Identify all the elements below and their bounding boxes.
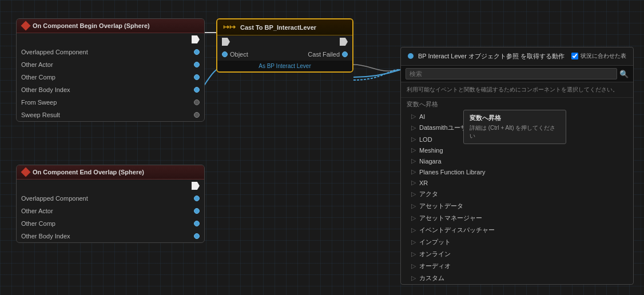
arrow-icon: ▷ bbox=[411, 238, 416, 246]
menu-item-label: Meshing bbox=[419, 147, 443, 154]
list-item[interactable]: ▷Planes Function Library bbox=[401, 166, 633, 177]
menu-item-label: アセットデータ bbox=[419, 202, 463, 210]
pin-from-sweep-label: From Sweep bbox=[21, 99, 57, 106]
event-icon bbox=[21, 21, 31, 31]
node-cast-title: Cast To BP_InteractLever bbox=[240, 24, 316, 31]
menu-item-label: アセットマネージャー bbox=[419, 214, 482, 222]
menu-item-label: カスタム bbox=[419, 274, 444, 282]
menu-item-label: イベントディスパッチャー bbox=[419, 226, 495, 234]
list-item[interactable]: ▷Meshing bbox=[401, 145, 633, 156]
arrow-icon: ▷ bbox=[411, 168, 416, 176]
arrow-icon: ▷ bbox=[411, 146, 416, 154]
menu-item-label: インプット bbox=[419, 238, 451, 246]
arrow-icon: ▷ bbox=[411, 113, 416, 120]
list-item[interactable]: ▷Niagara bbox=[401, 156, 633, 166]
arrow-icon: ▷ bbox=[411, 274, 416, 282]
event-icon-end bbox=[21, 168, 31, 177]
context-blue-dot bbox=[408, 53, 414, 59]
cast-exec-in[interactable] bbox=[222, 38, 230, 46]
arrow-icon: ▷ bbox=[411, 124, 416, 131]
list-item[interactable]: ▷オーディオ bbox=[401, 260, 633, 272]
context-header: BP Interact Lever オブジェクト参照 を取得する動作 状況に合わ… bbox=[401, 47, 633, 66]
pin-row-sweep-result: Sweep Result bbox=[17, 109, 204, 121]
cast-failed-pin[interactable] bbox=[342, 51, 348, 57]
pin-other-comp-dot[interactable] bbox=[194, 74, 200, 80]
pin-from-sweep-dot[interactable] bbox=[194, 99, 200, 105]
context-header-text: BP Interact Lever オブジェクト参照 を取得する動作 bbox=[418, 52, 565, 61]
search-icon: 🔍 bbox=[619, 70, 629, 78]
cast-object-label: Object bbox=[230, 51, 248, 58]
pin-other-body-index-label: Other Body Index bbox=[21, 86, 70, 93]
arrow-icon: ▷ bbox=[411, 135, 416, 143]
cast-object-pin[interactable] bbox=[222, 51, 228, 57]
pin-other-actor-dot[interactable] bbox=[194, 62, 200, 67]
pin-overlapped-dot[interactable] bbox=[194, 49, 200, 55]
pin-other-actor-end-dot[interactable] bbox=[194, 208, 200, 214]
pin-row-overlapped: Overlapped Component bbox=[17, 46, 204, 58]
adapt-checkbox-container: 状況に合わせた表 bbox=[571, 52, 626, 60]
pin-other-comp-end-label: Other Comp bbox=[21, 220, 55, 227]
arrow-icon: ▷ bbox=[411, 250, 416, 258]
menu-item-label: Niagara bbox=[419, 158, 442, 165]
node-cast: ↦↦ Cast To BP_InteractLever Object Cast … bbox=[216, 18, 353, 73]
list-item[interactable]: ▷アセットマネージャー bbox=[401, 212, 633, 224]
tooltip-desc: 詳細は (Ctrl + Alt) を押してください bbox=[470, 124, 560, 140]
arrow-icon: ▷ bbox=[411, 202, 416, 210]
tooltip-title: 変数へ昇格 bbox=[470, 114, 560, 122]
node-begin-overlap-header: On Component Begin Overlap (Sphere) bbox=[17, 19, 204, 33]
pin-other-body-end-dot[interactable] bbox=[194, 233, 200, 239]
list-item[interactable]: ▷アセットデータ bbox=[401, 200, 633, 212]
arrow-icon: ▷ bbox=[411, 157, 416, 165]
menu-item-label: アクタ bbox=[419, 190, 438, 198]
arrow-icon: ▷ bbox=[411, 226, 416, 234]
node-end-overlap-header: On Component End Overlap (Sphere) bbox=[17, 165, 204, 180]
cast-icon: ↦↦ bbox=[223, 23, 236, 31]
list-item[interactable]: ▷イベントディスパッチャー bbox=[401, 224, 633, 236]
list-item[interactable]: ▷XR bbox=[401, 177, 633, 188]
pin-other-body-index-dot[interactable] bbox=[194, 87, 200, 93]
pin-row-other-comp: Other Comp bbox=[17, 71, 204, 83]
pin-other-body-end-label: Other Body Index bbox=[21, 233, 70, 240]
context-desc: 利用可能なイベントと関数を確認するためにコンポーネントを選択してください。 bbox=[401, 82, 633, 98]
node-end-overlap: On Component End Overlap (Sphere) Overla… bbox=[16, 165, 205, 243]
arrow-icon: ▷ bbox=[411, 262, 416, 270]
pin-row-from-sweep: From Sweep bbox=[17, 96, 204, 109]
pin-other-actor-end-label: Other Actor bbox=[21, 208, 53, 214]
node-end-overlap-title: On Component End Overlap (Sphere) bbox=[33, 169, 144, 176]
cast-exec-row bbox=[217, 35, 352, 48]
exec-out-pin[interactable] bbox=[192, 35, 200, 43]
menu-item-label: AI bbox=[419, 113, 425, 120]
search-row: 🔍 bbox=[401, 66, 633, 82]
node-cast-header: ↦↦ Cast To BP_InteractLever bbox=[217, 19, 352, 35]
pin-row-other-actor: Other Actor bbox=[17, 58, 204, 71]
cast-as-label: As BP Interact Lever bbox=[217, 61, 352, 71]
exec-out-row-end bbox=[17, 180, 204, 192]
arrow-icon: ▷ bbox=[411, 190, 416, 198]
list-item[interactable]: ▷オンライン bbox=[401, 248, 633, 260]
menu-item-label: LOD bbox=[419, 136, 432, 143]
list-item[interactable]: ▷カスタム bbox=[401, 272, 633, 284]
menu-item-label: オンライン bbox=[419, 250, 451, 258]
search-input[interactable] bbox=[406, 68, 617, 79]
adapt-checkbox[interactable] bbox=[571, 53, 578, 59]
list-item[interactable]: ▷インプット bbox=[401, 236, 633, 248]
pin-sweep-result-dot[interactable] bbox=[194, 112, 200, 118]
promote-to-variable-section[interactable]: 変数へ昇格 bbox=[401, 98, 633, 111]
node-begin-overlap-title: On Component Begin Overlap (Sphere) bbox=[33, 22, 150, 29]
cast-exec-out[interactable] bbox=[340, 38, 348, 46]
pin-other-actor-label: Other Actor bbox=[21, 61, 53, 68]
pin-sweep-result-label: Sweep Result bbox=[21, 111, 60, 118]
pin-row-other-comp-end: Other Comp bbox=[17, 217, 204, 230]
exec-out-row bbox=[17, 33, 204, 46]
pin-overlapped-end-dot[interactable] bbox=[194, 196, 200, 201]
menu-item-label: オーディオ bbox=[419, 262, 451, 270]
context-menu-panel: BP Interact Lever オブジェクト参照 を取得する動作 状況に合わ… bbox=[400, 47, 634, 285]
menu-item-label: XR bbox=[419, 180, 428, 186]
pin-row-other-actor-end: Other Actor bbox=[17, 205, 204, 217]
pin-other-comp-end-dot[interactable] bbox=[194, 221, 200, 226]
list-item[interactable]: ▷アクタ bbox=[401, 188, 633, 200]
tooltip: 変数へ昇格 詳細は (Ctrl + Alt) を押してください bbox=[463, 110, 566, 144]
exec-out-pin-end[interactable] bbox=[192, 182, 200, 190]
cast-failed-label: Cast Failed bbox=[308, 51, 340, 58]
cast-object-row: Object Cast Failed bbox=[217, 48, 352, 61]
